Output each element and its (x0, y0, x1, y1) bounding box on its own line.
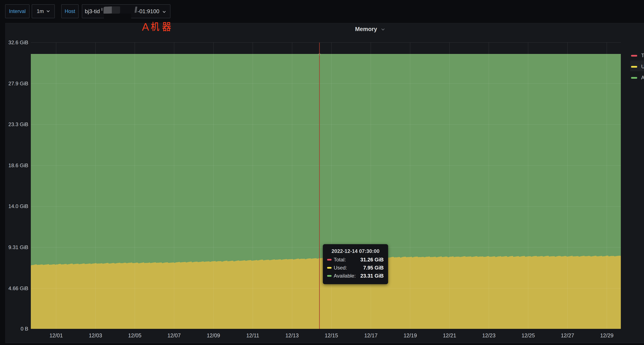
svg-text:A: A (142, 21, 149, 33)
